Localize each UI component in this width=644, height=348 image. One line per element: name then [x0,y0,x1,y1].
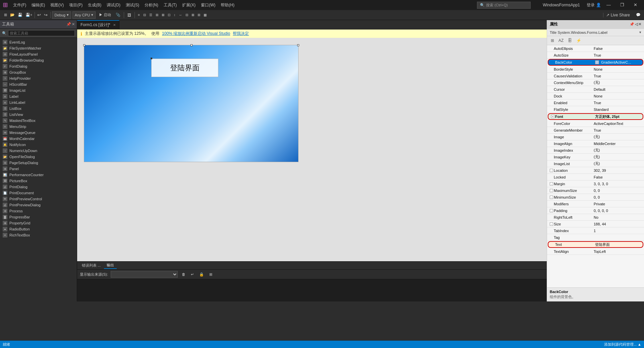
align-btn-12[interactable]: ▦ [203,12,208,17]
align-btn-2[interactable]: ⊟ [142,12,147,17]
props-row[interactable]: Text 登陆界面 [548,241,643,248]
align-btn-9[interactable]: ⊟ [184,12,189,17]
props-row[interactable]: -Location 302, 39 [547,167,644,174]
toolbox-pin-icon[interactable]: 📌 [66,22,71,26]
props-row[interactable]: ImageIndex (无) [547,147,644,154]
tab-output-active[interactable]: 输出 [104,262,117,269]
align-btn-7[interactable]: ↕ [173,12,176,17]
live-share-btn[interactable]: ↗ Live Share [603,13,633,17]
menu-analyze[interactable]: 分析(N) [142,1,161,9]
feedback-btn[interactable]: 💬 [634,12,643,18]
props-row[interactable]: CausesValidation True [547,73,644,79]
toolbox-item[interactable]: ≡RichTextBox [0,232,77,238]
notif-help-link[interactable]: 帮我决定 [233,31,249,37]
form-canvas[interactable]: 登陆界面 [84,45,299,162]
resize-handle-top-center[interactable] [191,44,193,46]
redo-btn[interactable]: ↪ [43,12,49,18]
toolbox-close-icon[interactable]: ✕ [72,22,75,26]
props-view-btn[interactable]: 🗄 [566,37,574,44]
save-all-btn[interactable]: 💾+ [24,12,34,18]
toolbox-item[interactable]: ●RadioButton [0,226,77,232]
toolbox-item[interactable]: ▓ProgressBar [0,214,77,220]
align-btn-1[interactable]: ≡ [137,12,141,17]
menu-help[interactable]: 帮助(H) [218,1,237,9]
save-btn[interactable]: 💾 [16,12,24,18]
output-source-select[interactable] [111,271,178,278]
props-row[interactable]: +Font 方正好体, 25pt [548,113,643,120]
props-alphabetical-btn[interactable]: AZ [557,37,565,44]
props-row[interactable]: Tag [547,234,644,241]
props-row[interactable]: GenerateMember True [547,127,644,134]
minimize-button[interactable]: — [602,0,615,10]
toolbox-item[interactable]: 🔔NotifyIcon [0,142,77,148]
toolbox-item[interactable]: ⊞GroupBox [0,69,77,75]
toolbar-extra-1[interactable]: 🖼 [126,12,132,18]
toolbox-item[interactable]: ?HelpProvider [0,75,77,81]
props-dropdown-arrow[interactable]: ▾ [639,30,641,34]
output-findnext-btn[interactable]: ⊞ [208,272,214,277]
toolbox-item[interactable]: 🖨PrintPreviewDialog [0,202,77,208]
props-row[interactable]: FlatStyle Standard [547,106,644,113]
align-btn-11[interactable]: ⊞ [197,12,201,17]
output-clear-btn[interactable]: 🗑 [180,272,187,277]
toolbox-item[interactable]: ⊞EventLog [0,39,77,45]
form-label-container[interactable]: 登陆界面 [151,59,218,77]
resize-handle-top-left[interactable] [83,44,85,46]
toolbox-item[interactable]: 📅MonthCalendar [0,136,77,142]
props-row[interactable]: ImageAlign MiddleCenter [547,140,644,147]
toolbox-item[interactable]: 👁PrintPreviewControl [0,196,77,202]
props-row[interactable]: BorderStyle None [547,66,644,73]
menu-test[interactable]: 测试(S) [123,1,142,9]
toolbox-item[interactable]: 📊PerformanceCounter [0,172,77,178]
props-row[interactable]: AutoEllipsis False [547,45,644,52]
toolbox-item[interactable]: 📄PrintDocument [0,190,77,196]
props-row[interactable]: Cursor Default [547,86,644,93]
props-row[interactable]: AutoSize True [547,52,644,59]
props-row[interactable]: Dock None [547,93,644,99]
props-row[interactable]: ImageList (无) [547,160,644,167]
props-row[interactable]: BackColor GradientActiveC... [548,59,643,66]
toolbox-item[interactable]: ↔HScrollBar [0,81,77,87]
cpu-config-dropdown[interactable]: Any CPU ▾ [72,11,96,19]
align-btn-10[interactable]: ⊠ [191,12,195,17]
menu-window[interactable]: 窗口(W) [198,1,218,9]
align-btn-3[interactable]: ☰ [148,12,153,17]
props-events-btn[interactable]: ⚡ [575,37,583,44]
toolbox-item[interactable]: ☰ListBox [0,106,77,112]
toolbox-search-input[interactable] [8,30,75,36]
props-pin-icon[interactable]: 📌 [630,22,634,26]
align-btn-8[interactable]: ↔ [178,12,183,17]
toolbox-item[interactable]: 📁FileSystemWatcher [0,45,77,51]
props-row[interactable]: Locked False [547,174,644,181]
tab-errors[interactable]: 错误列表 ... [79,262,103,269]
tab-form1-design[interactable]: Form1.cs [设计]* ✕ [77,20,119,29]
title-search-box[interactable]: 🔍 搜索 (Ctrl+Q) [477,2,531,9]
status-right[interactable]: 添加到源代码管理... ▲ [604,342,641,347]
toolbox-item[interactable]: ⊟FlowLayoutPanel [0,51,77,57]
props-move-icon[interactable]: ◁ [635,22,638,26]
toolbox-item[interactable]: ⊟PageSetupDialog [0,160,77,166]
toolbox-item[interactable]: FFontDialog [0,63,77,69]
props-row[interactable]: -MaximumSize 0, 0 [547,187,644,194]
resize-handle-top-right[interactable] [297,44,299,46]
props-row[interactable]: TextAlign TopLeft [547,248,644,255]
new-project-btn[interactable]: ⊞ [3,12,8,18]
props-row[interactable]: RightToLeft No [547,214,644,221]
menu-view[interactable]: 视图(V) [48,1,66,9]
align-btn-5[interactable]: ⊠ [161,12,165,17]
align-btn-6[interactable]: ⊡ [167,12,171,17]
menu-project[interactable]: 项目(P) [66,1,85,9]
start-button[interactable]: ▶ 启动 [97,12,113,18]
toolbox-item[interactable]: 🖨PrintDialog [0,184,77,190]
output-wordwrap-btn[interactable]: ↵ [190,272,195,277]
menu-file[interactable]: 文件(F) [10,1,29,9]
toolbox-item[interactable]: 📂FolderBrowserDialog [0,57,77,63]
props-close-icon[interactable]: ✕ [638,22,641,26]
open-btn[interactable]: 📂 [9,12,16,18]
restore-button[interactable]: ❐ [616,0,628,10]
output-lock-btn[interactable]: 🔒 [198,272,205,277]
toolbox-item[interactable]: ↕NumericUpDown [0,148,77,154]
toolbox-item[interactable]: ALinkLabel [0,99,77,106]
menu-debug[interactable]: 调试(D) [104,1,123,9]
label-resize-dot[interactable] [151,58,152,59]
